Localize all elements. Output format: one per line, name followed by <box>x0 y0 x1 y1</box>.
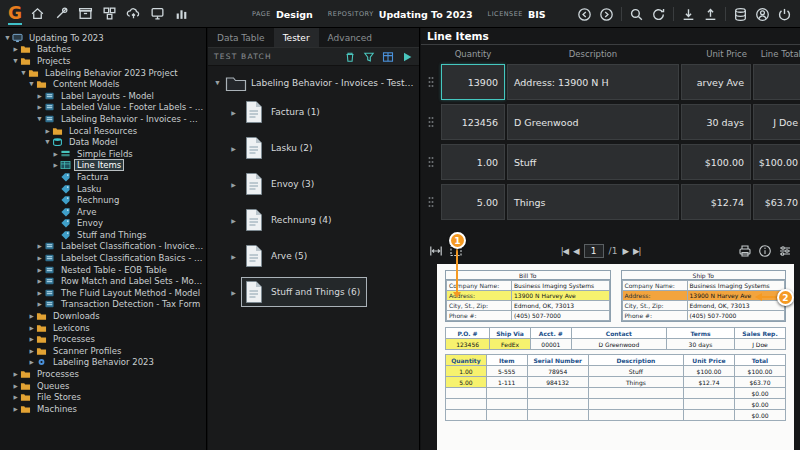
tree-item[interactable]: ▶The Fluid Layout Method - Model <box>0 287 206 299</box>
line-items-cell-unit_price[interactable]: 30 days <box>681 104 751 140</box>
expand-arrow-icon[interactable]: ▶ <box>28 325 35 331</box>
tab-advanced[interactable]: Advanced <box>319 28 381 47</box>
test-document-item[interactable]: ▶Arve (5) <box>214 238 415 274</box>
line-items-cell-unit_price[interactable]: $12.74 <box>681 184 751 220</box>
tree-item[interactable]: Envoy <box>0 218 206 230</box>
expand-arrow-icon[interactable]: ▶ <box>28 336 35 342</box>
tree-item[interactable]: ▶Batches <box>0 44 206 56</box>
line-items-cell-quantity[interactable]: 1.00 <box>441 144 505 180</box>
tree-item[interactable]: ▶Data Model <box>0 136 206 148</box>
prev-page-button[interactable]: ◀ <box>573 246 579 256</box>
row-drag-handle-icon[interactable] <box>423 104 439 140</box>
row-drag-handle-icon[interactable] <box>423 144 439 180</box>
expand-arrow-icon[interactable]: ▶ <box>36 93 43 99</box>
power-icon[interactable] <box>777 7 792 22</box>
tree-item[interactable]: ▶Processes <box>0 333 206 345</box>
tree-item[interactable]: ▶Scanner Profiles <box>0 345 206 357</box>
tree-item[interactable]: Stuff and Things <box>0 229 206 241</box>
home-icon[interactable] <box>30 6 45 21</box>
expand-arrow-icon[interactable]: ▶ <box>12 371 19 377</box>
design-tools-icon[interactable] <box>54 6 69 21</box>
test-document-item[interactable]: ▶Factura (1) <box>214 94 415 130</box>
fit-width-icon[interactable] <box>429 244 443 258</box>
expand-arrow-icon[interactable]: ▶ <box>36 278 43 284</box>
expand-arrow-icon[interactable]: ▶ <box>230 109 237 116</box>
document-viewer[interactable]: Bill ToCompany Name:Business Imaging Sys… <box>437 264 794 450</box>
line-items-cell-description[interactable]: Stuff <box>507 144 679 180</box>
tree-item[interactable]: ▶Simple Fields <box>0 148 206 160</box>
download-icon[interactable] <box>681 7 696 22</box>
tree-item[interactable]: ▶Machines <box>0 403 206 415</box>
row-drag-handle-icon[interactable] <box>423 64 439 100</box>
expand-arrow-icon[interactable]: ▶ <box>12 406 19 412</box>
expand-arrow-icon[interactable]: ▶ <box>44 128 51 134</box>
expand-arrow-icon[interactable]: ▶ <box>12 383 19 389</box>
tree-item[interactable]: ▶Updating To 2023 <box>0 32 206 44</box>
expand-arrow-icon[interactable]: ▶ <box>230 145 237 152</box>
expand-arrow-icon[interactable]: ▶ <box>36 290 43 296</box>
test-document-item[interactable]: ▶Rechnung (4) <box>214 202 415 238</box>
expand-arrow-icon[interactable]: ▶ <box>52 151 59 157</box>
tree-item[interactable]: ▶Labelset Classification Basics - Model <box>0 252 206 264</box>
line-items-row[interactable]: 1.00Stuff$100.00$100.00 <box>423 144 798 180</box>
first-page-button[interactable]: |◀ <box>561 246 568 256</box>
batches-icon[interactable] <box>78 6 93 21</box>
app-logo[interactable]: G <box>8 3 22 25</box>
row-drag-handle-icon[interactable] <box>423 184 439 220</box>
view-options-icon[interactable] <box>778 244 792 258</box>
expand-arrow-icon[interactable]: ▶ <box>28 348 35 354</box>
line-items-cell-unit_price[interactable]: arvey Ave <box>681 64 751 100</box>
line-items-cell-line_total[interactable]: $100.00 <box>753 144 800 180</box>
run-test-play-icon[interactable] <box>401 51 413 63</box>
test-document-item[interactable]: ▶Lasku (2) <box>214 130 415 166</box>
line-items-row[interactable]: 13900Address: 13900 N Harvey Ave <box>423 64 798 100</box>
line-items-cell-line_total[interactable]: $63.70 <box>753 184 800 220</box>
tree-item[interactable]: ▶Local Resources <box>0 125 206 137</box>
expand-arrow-icon[interactable]: ▶ <box>36 243 43 249</box>
expand-arrow-icon[interactable]: ▶ <box>52 162 59 168</box>
expand-arrow-icon[interactable]: ▶ <box>5 34 11 41</box>
test-document-item[interactable]: ▶Stuff and Things (6) <box>214 274 415 310</box>
expand-arrow-icon[interactable]: ▶ <box>29 81 35 88</box>
tree-item[interactable]: ▶Processes <box>0 368 206 380</box>
page-value[interactable]: Design <box>276 9 313 20</box>
test-document-item[interactable]: ▶Envoy (3) <box>214 166 415 202</box>
tree-item[interactable]: ▶Queues <box>0 380 206 392</box>
expand-arrow-icon[interactable]: ▶ <box>28 359 35 365</box>
tree-item[interactable]: Factura <box>0 171 206 183</box>
data-grid-icon[interactable] <box>382 51 394 63</box>
tree-item[interactable]: Rechnung <box>0 194 206 206</box>
line-items-cell-quantity[interactable]: 13900 <box>441 64 505 100</box>
tree-item[interactable]: ▶Labeling Behavior 2023 Project <box>0 67 206 79</box>
search-icon[interactable] <box>629 7 644 22</box>
tree-item[interactable]: ▶File Stores <box>0 391 206 403</box>
expand-arrow-icon[interactable]: ▶ <box>36 267 43 273</box>
tree-item[interactable]: ▶Row Match and Label Sets - Model <box>0 275 206 287</box>
expand-arrow-icon[interactable]: ▶ <box>28 313 35 319</box>
expand-arrow-icon[interactable]: ▶ <box>230 181 237 188</box>
test-batch-root[interactable]: ▶ Labeling Behavior - Invoices - Test Ba… <box>214 72 415 94</box>
tree-item[interactable]: Arve <box>0 206 206 218</box>
tree-item[interactable]: ▶Projects <box>0 55 206 67</box>
tree-item[interactable]: ▶Line Items <box>0 160 206 172</box>
tree-item[interactable]: ▶Transaction Detection - Tax Form <box>0 299 206 311</box>
expand-arrow-icon[interactable]: ▶ <box>12 394 19 400</box>
expand-arrow-icon[interactable]: ▶ <box>36 301 43 307</box>
projects-icon[interactable] <box>102 6 117 21</box>
callout-badge-1[interactable]: 1 <box>449 232 466 249</box>
tree-item[interactable]: Lasku <box>0 183 206 195</box>
nav-forward-icon[interactable] <box>599 7 614 22</box>
line-items-cell-line_total[interactable]: J Doe <box>753 104 800 140</box>
expand-arrow-icon[interactable]: ▶ <box>36 255 43 261</box>
stats-icon[interactable] <box>174 6 189 21</box>
tree-item[interactable]: ▶Content Models <box>0 78 206 90</box>
line-items-cell-description[interactable]: Things <box>507 184 679 220</box>
expand-arrow-icon[interactable]: ▶ <box>230 217 237 224</box>
expand-arrow-icon[interactable]: ▶ <box>45 139 51 146</box>
expand-arrow-icon[interactable]: ▶ <box>215 80 221 87</box>
repository-value[interactable]: Updating To 2023 <box>379 9 473 20</box>
info-icon[interactable] <box>758 244 772 258</box>
tree-item[interactable]: ▶Lexicons <box>0 322 206 334</box>
line-items-cell-description[interactable]: Address: 13900 N H <box>507 64 679 100</box>
tree-item[interactable]: ▶Nested Table - EOB Table <box>0 264 206 276</box>
